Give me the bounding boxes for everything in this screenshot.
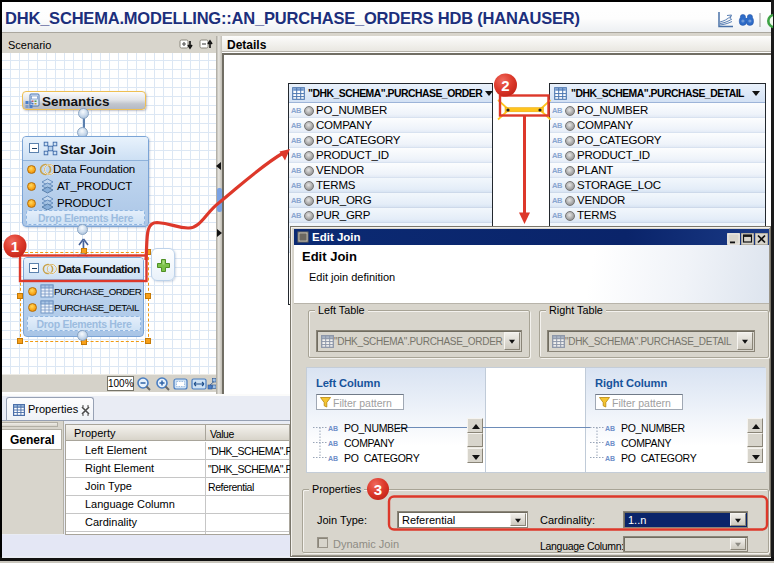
svg-text:1: 1: [11, 238, 19, 255]
svg-text:3: 3: [374, 481, 382, 498]
svg-text:2: 2: [501, 77, 509, 94]
